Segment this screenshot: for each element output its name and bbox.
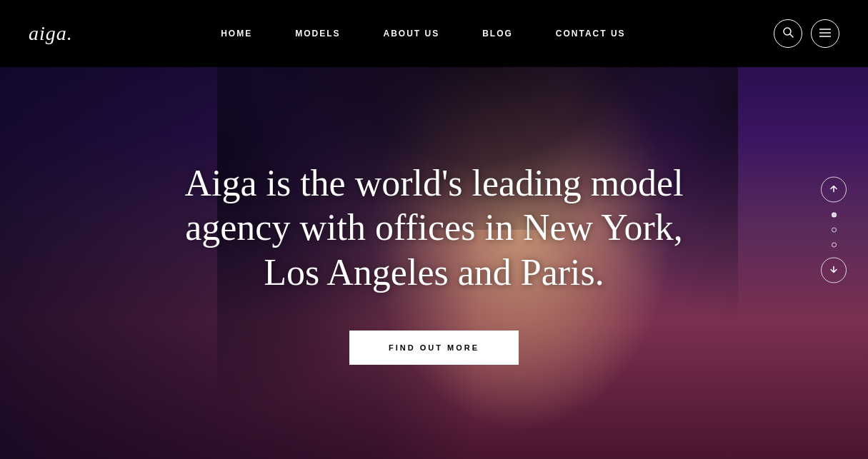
nav-item-about-us[interactable]: ABOUT US — [384, 29, 440, 39]
scroll-dot-3[interactable] — [832, 242, 837, 247]
search-icon — [782, 26, 794, 41]
nav-item-blog[interactable]: BLOG — [482, 29, 513, 39]
nav-menu: HOME MODELS ABOUT US BLOG CONTACT US — [221, 29, 625, 39]
navbar: aiga. HOME MODELS ABOUT US BLOG CONTACT … — [0, 0, 868, 67]
arrow-up-icon — [829, 183, 838, 195]
nav-item-contact-us[interactable]: CONTACT US — [556, 29, 626, 39]
scroll-down-button[interactable] — [821, 257, 847, 283]
search-button[interactable] — [774, 19, 802, 48]
scroll-dot-1[interactable] — [832, 212, 837, 217]
navbar-icons — [774, 19, 839, 48]
scroll-dot-2[interactable] — [832, 227, 837, 232]
hero-section: Aiga is the world's leading model agency… — [0, 0, 868, 459]
nav-item-models[interactable]: MODELS — [295, 29, 340, 39]
hamburger-icon — [819, 27, 831, 40]
hero-title: Aiga is the world's leading model agency… — [156, 161, 713, 295]
hero-content: Aiga is the world's leading model agency… — [0, 0, 868, 459]
scroll-up-button[interactable] — [821, 176, 847, 202]
scroll-navigation — [821, 176, 847, 283]
arrow-down-icon — [829, 264, 838, 276]
nav-item-home[interactable]: HOME — [221, 29, 252, 39]
brand-logo[interactable]: aiga. — [29, 22, 73, 45]
svg-line-1 — [790, 34, 793, 37]
menu-button[interactable] — [811, 19, 839, 48]
hero-cta-button[interactable]: FIND OUT MORE — [349, 331, 519, 365]
